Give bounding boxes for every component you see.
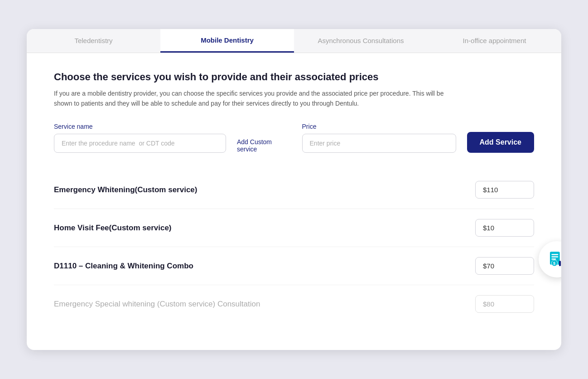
tabs-bar: Teledentistry Mobile Dentistry Asynchron… [27,29,561,53]
price-label: Price [302,123,456,130]
custom-service-label-group: Add Custom service [237,138,291,153]
add-service-button[interactable]: Add Service [467,132,534,153]
service-name-text: Home Visit Fee(Custom service) [54,224,172,233]
tab-in-office[interactable]: In-office appointment [428,29,561,53]
tab-mobile-dentistry[interactable]: Mobile Dentistry [160,29,294,53]
service-price-input[interactable] [475,181,534,199]
floating-billing-icon[interactable]: $ [539,241,561,277]
custom-service-label: Add Custom service [237,138,291,153]
billing-icon: $ [548,250,561,268]
service-name-input[interactable] [54,134,226,153]
table-row: Home Visit Fee(Custom service) [54,209,534,247]
service-name-text: D1110 – Cleaning & Whitening Combo [54,262,193,271]
svg-rect-2 [551,257,558,258]
app-container: Teledentistry Mobile Dentistry Asynchron… [27,29,561,350]
table-row: D1110 – Cleaning & Whitening Combo [54,247,534,285]
svg-rect-1 [551,254,558,256]
price-input[interactable] [302,134,456,153]
tab-async-consultations[interactable]: Asynchronous Consultations [294,29,428,53]
service-price-input-faded[interactable] [475,295,534,313]
svg-text:$: $ [553,261,555,266]
svg-rect-3 [551,259,556,260]
table-row: Emergency Special whitening (Custom serv… [54,285,534,323]
service-price-input[interactable] [475,257,534,275]
page-description: If you are a mobile dentistry provider, … [54,88,462,109]
service-list: Emergency Whitening(Custom service) Home… [54,171,534,323]
form-section: Service name Add Custom service Price Ad… [54,123,534,153]
service-name-text-faded: Emergency Special whitening (Custom serv… [54,300,260,309]
page-title: Choose the services you wish to provide … [54,71,534,83]
service-name-label: Service name [54,123,226,130]
price-group: Price [302,123,456,153]
service-name-group: Service name [54,123,226,153]
svg-rect-4 [559,261,561,267]
main-content: Choose the services you wish to provide … [27,53,561,350]
service-name-text: Emergency Whitening(Custom service) [54,185,197,194]
table-row: Emergency Whitening(Custom service) [54,171,534,209]
tab-teledentistry[interactable]: Teledentistry [27,29,160,53]
service-price-input[interactable] [475,219,534,237]
